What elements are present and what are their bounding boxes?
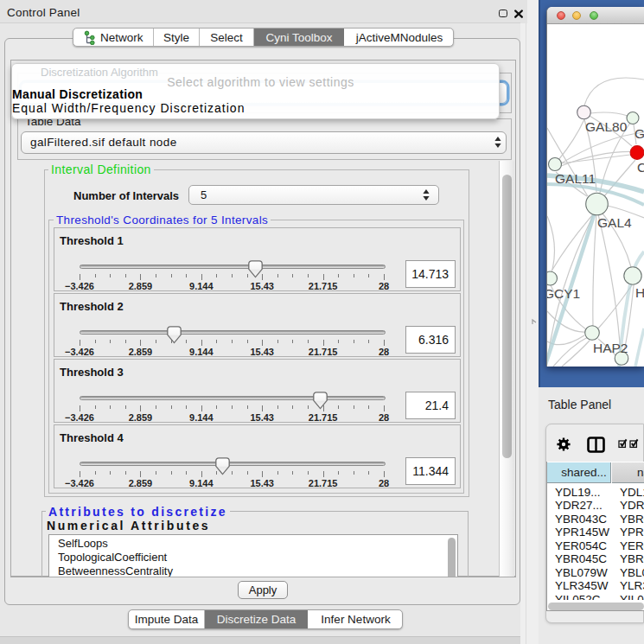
svg-text:HAP2: HAP2 bbox=[593, 341, 628, 355]
svg-text:GA: GA bbox=[634, 126, 644, 141]
svg-text:GAL11: GAL11 bbox=[555, 171, 596, 186]
svg-text:CY: CY bbox=[637, 160, 644, 175]
svg-text:H: H bbox=[635, 285, 644, 300]
svg-text:GAL80: GAL80 bbox=[585, 119, 628, 134]
svg-text:GAL4: GAL4 bbox=[597, 215, 632, 230]
svg-text:GCY1: GCY1 bbox=[547, 286, 580, 301]
